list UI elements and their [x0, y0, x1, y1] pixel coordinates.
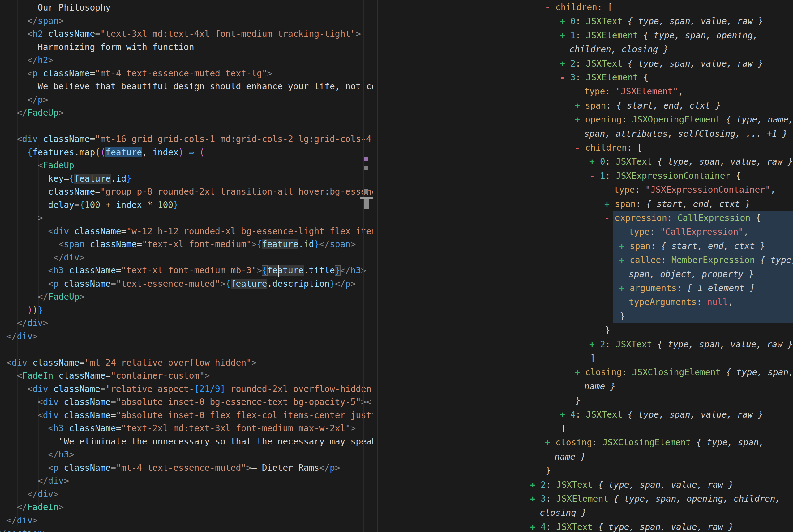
code-line[interactable]: <p className="mt-4 text-essence-muted">—… — [0, 461, 373, 475]
expand-icon[interactable]: + — [619, 281, 630, 295]
code-line[interactable]: > — [0, 212, 373, 225]
code-line[interactable]: </p> — [0, 93, 373, 107]
expand-icon[interactable]: + — [589, 155, 600, 169]
ast-line[interactable]: +1: JSXElement { type, span, opening, — [560, 28, 758, 43]
code-line[interactable]: <h2 className="text-3xl md:text-4xl font… — [0, 27, 373, 41]
ast-line[interactable]: -children: [ — [575, 141, 642, 155]
ast-line[interactable]: type: "CallExpression", — [629, 225, 749, 239]
code-line[interactable]: We believe that beautiful design should … — [0, 80, 373, 93]
ast-line[interactable]: name } — [584, 380, 616, 394]
expand-icon[interactable]: + — [575, 99, 585, 113]
ast-line[interactable]: +2: JSXText { type, span, value, raw } — [589, 338, 793, 352]
overview-ruler[interactable] — [363, 0, 364, 532]
code-line[interactable]: </h3> — [0, 448, 373, 461]
code-line[interactable]: ))} — [0, 304, 373, 317]
ast-line[interactable]: +3: JSXElement { type, span, opening, ch… — [530, 492, 780, 506]
code-line[interactable] — [0, 120, 373, 133]
ast-line[interactable]: -1: JSXExpressionContainer { — [589, 169, 741, 183]
code-line[interactable]: </div> — [0, 251, 373, 264]
ast-line[interactable]: closing } — [540, 506, 587, 520]
code-line[interactable]: className="group p-8 rounded-2xl transit… — [0, 185, 373, 198]
ast-line[interactable]: +callee: MemberExpression { type, — [619, 253, 793, 267]
code-line[interactable]: "We eliminate the unnecessary so that th… — [0, 435, 373, 449]
code-line[interactable]: <h3 className="text-2xl md:text-3xl font… — [0, 422, 373, 435]
code-line[interactable]: <div className="absolute inset-0 bg-esse… — [0, 396, 373, 409]
code-line[interactable]: </FadeIn> — [0, 501, 373, 514]
source-editor-panel[interactable]: Our Philosophy </span> <h2 className="te… — [0, 0, 377, 532]
ast-line[interactable]: +closing: JSXClosingElement { type, span… — [575, 365, 793, 380]
expand-icon[interactable]: + — [604, 197, 615, 211]
ast-line[interactable]: ] — [560, 422, 566, 436]
ast-line[interactable]: +4: JSXText { type, span, value, raw } — [560, 408, 763, 422]
ast-line[interactable]: } — [605, 323, 610, 338]
ast-line[interactable]: name } — [555, 450, 586, 464]
code-line[interactable]: Our Philosophy — [0, 1, 373, 15]
code-line[interactable]: <div className="mt-24 relative overflow-… — [0, 356, 373, 369]
code-line[interactable]: <div className="w-12 h-12 rounded-xl bg-… — [0, 225, 373, 238]
code-line[interactable]: delay={100 + index * 100} — [0, 198, 373, 212]
expand-icon[interactable]: + — [575, 365, 585, 379]
scrollbar-slider[interactable] — [360, 197, 373, 199]
code-line[interactable] — [0, 343, 373, 356]
editor-viewport[interactable]: Our Philosophy </span> <h2 className="te… — [0, 0, 373, 532]
ast-line[interactable]: +2: JSXText { type, span, value, raw } — [560, 57, 763, 71]
code-line[interactable]: </FadeUp> — [0, 107, 373, 120]
expand-icon[interactable]: + — [619, 239, 630, 253]
collapse-icon[interactable]: - — [604, 211, 615, 225]
ast-line[interactable]: span, attributes, selfClosing, ... +1 } — [584, 127, 788, 141]
code-line[interactable]: <span className="text-xl font-medium">{f… — [0, 238, 373, 251]
collapse-icon[interactable]: - — [545, 0, 556, 14]
code-line[interactable]: <div className="mt-16 grid grid-cols-1 m… — [0, 133, 373, 146]
ast-line[interactable]: -3: JSXElement { — [560, 71, 649, 85]
ast-line[interactable]: type: "JSXExpressionContainer", — [614, 183, 776, 197]
ast-line[interactable]: span, object, property } — [629, 267, 754, 282]
code-line[interactable]: {features.map((feature, index) ⇒ ( — [0, 146, 373, 159]
code-line[interactable]: </div> — [0, 488, 373, 501]
ast-line[interactable]: +4: JSXText { type, span, value, raw } — [530, 520, 734, 532]
ast-line[interactable]: +closing: JSXClosingElement { type, span… — [545, 436, 764, 450]
ast-line[interactable]: ] — [590, 352, 595, 366]
ast-line[interactable]: +opening: JSXOpeningElement { type, name… — [575, 113, 793, 127]
code-line[interactable]: Harmonizing form with function — [0, 41, 373, 54]
expand-icon[interactable]: + — [560, 408, 570, 422]
expand-icon[interactable]: + — [530, 492, 541, 506]
code-line[interactable]: </div> — [0, 514, 373, 527]
expand-icon[interactable]: + — [560, 57, 570, 71]
code-line[interactable]: </span> — [0, 15, 373, 28]
code-line[interactable]: <p className="text-essence-muted">{featu… — [0, 278, 373, 291]
expand-icon[interactable]: + — [560, 28, 570, 42]
ast-line[interactable]: -children: [ — [545, 0, 613, 15]
code-line[interactable]: <h3 className="text-xl font-medium mb-3"… — [0, 264, 373, 278]
expand-icon[interactable]: + — [530, 478, 541, 492]
ast-line[interactable]: } — [546, 464, 551, 478]
ast-line[interactable]: } — [620, 309, 625, 324]
code-line[interactable]: </div> — [0, 474, 373, 488]
ast-line[interactable]: +2: JSXText { type, span, value, raw } — [530, 478, 734, 492]
ast-line[interactable]: } — [575, 394, 581, 408]
ast-tree[interactable]: -children: [+0: JSXText { type, span, va… — [378, 0, 793, 532]
ast-tree-panel[interactable]: -children: [+0: JSXText { type, span, va… — [378, 0, 793, 532]
code-line[interactable]: </FadeUp> — [0, 290, 373, 304]
code-line[interactable]: <div className="relative aspect-[21/9] r… — [0, 383, 373, 396]
ast-line[interactable]: +0: JSXText { type, span, value, raw } — [589, 155, 793, 169]
ast-line[interactable]: +span: { start, end, ctxt } — [604, 197, 750, 211]
expand-icon[interactable]: + — [560, 14, 570, 28]
ast-line[interactable]: type: "JSXElement", — [584, 84, 683, 99]
expand-icon[interactable]: + — [589, 338, 600, 352]
collapse-icon[interactable]: - — [575, 141, 585, 155]
ast-line[interactable]: +arguments: [ 1 element ] — [619, 281, 755, 296]
code-line[interactable]: <p className="mt-4 text-essence-muted te… — [0, 67, 373, 80]
code-line[interactable]: </h2> — [0, 54, 373, 67]
ast-line[interactable]: +0: JSXText { type, span, value, raw } — [560, 14, 763, 28]
ast-line[interactable]: -expression: CallExpression { — [604, 211, 761, 225]
expand-icon[interactable]: + — [545, 436, 556, 450]
code-line[interactable]: </div> — [0, 330, 373, 343]
ast-line[interactable]: +span: { start, end, ctxt } — [575, 99, 721, 113]
ast-line[interactable]: children, closing } — [569, 42, 669, 57]
collapse-icon[interactable]: - — [560, 71, 570, 84]
expand-icon[interactable]: + — [619, 253, 630, 267]
code-line[interactable]: </div> — [0, 317, 373, 330]
code-area[interactable]: Our Philosophy </span> <h2 className="te… — [0, 0, 373, 532]
ast-line[interactable]: typeArguments: null, — [629, 295, 733, 309]
code-line[interactable]: <FadeUp — [0, 159, 373, 172]
